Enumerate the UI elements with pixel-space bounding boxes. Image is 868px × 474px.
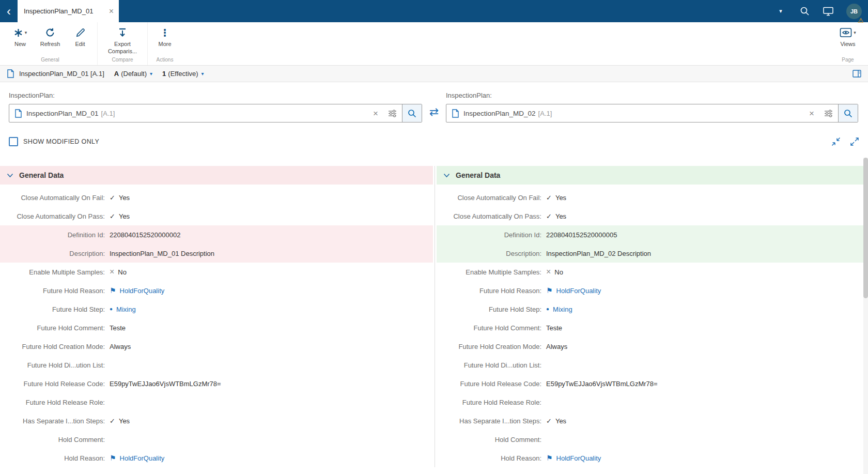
field-row: Enable Multiple Samples:×No: [437, 263, 863, 281]
refresh-icon: [45, 27, 55, 38]
clear-icon[interactable]: ×: [368, 109, 383, 118]
chevron-down-icon: [7, 173, 13, 178]
inspectionplan-input-left[interactable]: InspectionPlan_MD_01[A.1] ×: [9, 104, 422, 123]
version-selector[interactable]: A (Default) ▾: [114, 70, 152, 78]
filter-icon[interactable]: [819, 110, 838, 117]
value-text: Yes: [555, 212, 566, 220]
panel-divider: [435, 166, 435, 467]
field-row: Future Hold Step:●Mixing: [437, 300, 863, 318]
field-value: E59pyTwEJJao6VjsWTBmLGzMr78=: [546, 380, 658, 388]
field-row: Future Hold Release Role:: [437, 393, 863, 411]
value-link[interactable]: HoldForQuality: [120, 454, 165, 462]
breadcrumb-title: InspectionPlan_MD_01 [A.1]: [19, 70, 104, 78]
back-button[interactable]: ‹: [0, 0, 18, 22]
toolbar-group-label: Page: [833, 57, 863, 65]
comparison-panels: General Data Close Automatically On Fail…: [0, 166, 868, 467]
field-label: Future Hold Release Role:: [0, 399, 110, 406]
new-button[interactable]: ▾ New: [5, 22, 35, 57]
input-value: InspectionPlan_MD_01[A.1]: [26, 110, 368, 117]
field-label: Future Hold Comment:: [0, 324, 110, 332]
chevron-down-icon: ▾: [202, 71, 204, 77]
swap-icon[interactable]: ⇄: [422, 105, 446, 123]
chevron-down-icon: ▾: [854, 30, 856, 35]
field-row: Future Hold Step:●Mixing: [0, 300, 433, 318]
toolbar-spacer: [182, 22, 831, 65]
export-comparison-button[interactable]: Export Comparis...: [100, 22, 145, 57]
views-button[interactable]: ▾ Views: [833, 22, 863, 57]
field-value: Always: [110, 343, 131, 350]
field-value: ●Mixing: [110, 305, 136, 313]
revision-selector[interactable]: 1 (Effective) ▾: [162, 70, 204, 78]
version-value: A: [114, 70, 119, 78]
show-modified-only-checkbox[interactable]: [9, 137, 18, 146]
search-icon[interactable]: [793, 0, 816, 22]
field-value: ✓Yes: [546, 417, 566, 425]
check-icon: ✓: [546, 194, 552, 201]
field-label: Enable Multiple Samples:: [0, 268, 110, 276]
panel-left: General Data Close Automatically On Fail…: [0, 166, 433, 467]
field-row: Future Hold Di...ution List:: [437, 356, 863, 374]
field-row: Future Hold Comment:Teste: [0, 318, 433, 337]
document-icon: [7, 69, 14, 78]
value-text: E59pyTwEJJao6VjsWTBmLGzMr78=: [546, 380, 658, 388]
field-label: Description:: [0, 250, 110, 257]
value-text: Always: [110, 343, 131, 350]
filter-icon[interactable]: [383, 110, 402, 117]
field-label: Hold Comment:: [437, 436, 546, 444]
monitor-icon[interactable]: [816, 0, 840, 22]
value-link[interactable]: Mixing: [553, 305, 572, 313]
field-row: Definition Id:2208040152520000002: [0, 225, 433, 244]
field-label: Future Hold Di...ution List:: [437, 361, 546, 369]
tab-inspectionplan[interactable]: InspectionPlan_MD_01 ×: [18, 0, 119, 22]
vertical-scrollbar[interactable]: [863, 158, 868, 474]
field-label: Future Hold Reason:: [0, 287, 110, 295]
field-value: ✓Yes: [110, 194, 130, 202]
field-row: Enable Multiple Samples:×No: [0, 263, 433, 281]
field-row: Has Separate I...tion Steps:✓Yes: [437, 411, 863, 430]
circle-icon: ●: [110, 307, 113, 312]
chevron-down-icon[interactable]: ▾: [769, 0, 793, 22]
value-text: Teste: [110, 324, 126, 332]
field-value: ✓Yes: [110, 212, 130, 220]
toolbar-group-label: Actions: [150, 57, 180, 65]
search-button[interactable]: [838, 104, 858, 122]
value-link[interactable]: Mixing: [116, 305, 136, 313]
edit-button[interactable]: Edit: [65, 22, 95, 57]
field-row: Future Hold Release Code:E59pyTwEJJao6Vj…: [437, 374, 863, 393]
inspectionplan-input-right[interactable]: InspectionPlan_MD_02[A.1] ×: [446, 104, 858, 123]
panel-header[interactable]: General Data: [437, 166, 863, 185]
field-label: Future Hold Creation Mode:: [437, 343, 546, 350]
value-text: Yes: [119, 417, 130, 425]
close-icon[interactable]: ×: [109, 7, 114, 16]
compare-section: InspectionPlan: InspectionPlan_MD_01[A.1…: [0, 82, 868, 123]
toolbar-group-actions: ⋮ More Actions: [147, 22, 182, 65]
topbar-actions: ▾ JB ⚠: [769, 0, 868, 22]
field-row: Future Hold Creation Mode:Always: [437, 337, 863, 356]
more-button[interactable]: ⋮ More: [150, 22, 180, 57]
field-label: Future Hold Creation Mode:: [0, 343, 110, 350]
kebab-icon: ⋮: [160, 28, 170, 38]
flag-icon: ⚑: [546, 454, 553, 462]
flag-icon: ⚑: [110, 287, 116, 294]
scrollbar-thumb[interactable]: [863, 158, 868, 298]
search-button[interactable]: [402, 104, 422, 122]
collapse-all-icon[interactable]: [831, 137, 841, 146]
panel-header[interactable]: General Data: [0, 166, 433, 185]
value-link[interactable]: HoldForQuality: [556, 454, 601, 462]
value-link[interactable]: HoldForQuality: [556, 287, 601, 295]
value-link[interactable]: HoldForQuality: [120, 287, 165, 295]
refresh-button[interactable]: Refresh: [35, 22, 65, 57]
value-text: Yes: [555, 417, 566, 425]
field-value: ●Mixing: [546, 305, 572, 313]
field-value: 2208040152520000005: [546, 231, 617, 239]
field-value: ⚑HoldForQuality: [546, 454, 601, 462]
field-label: Hold Comment:: [0, 436, 110, 444]
value-text: InspectionPlan_MD_02 Description: [546, 250, 651, 257]
expand-all-icon[interactable]: [850, 137, 859, 146]
field-row: Future Hold Creation Mode:Always: [0, 337, 433, 356]
user-menu[interactable]: JB ⚠: [840, 0, 868, 22]
check-icon: ✓: [110, 418, 115, 424]
check-icon: ✓: [546, 213, 552, 220]
side-panel-toggle-icon[interactable]: [853, 70, 861, 78]
clear-icon[interactable]: ×: [804, 109, 819, 118]
